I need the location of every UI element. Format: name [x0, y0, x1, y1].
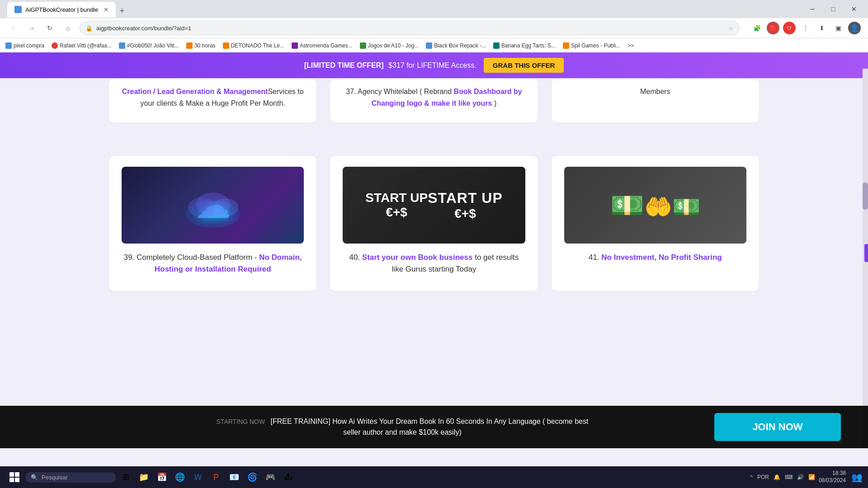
card-41: 🤲💵 41. No Investment, No Profit Sharing — [551, 155, 760, 291]
new-tab-button[interactable]: + — [116, 5, 128, 17]
security-icon: 🔒 — [85, 25, 93, 32]
bookmark-banana-egg[interactable]: Banana Egg Tarts: S... — [493, 42, 556, 49]
forward-button[interactable]: → — [25, 22, 38, 34]
taskbar-file-explorer[interactable]: 📁 — [136, 469, 152, 485]
card-40-image: START UP €+$ — [343, 167, 525, 244]
card-39-title: 39. Completely Cloud-Based Platform - No… — [122, 252, 304, 275]
tab-favicon-icon — [14, 6, 22, 13]
adblock-icon[interactable]: 🛡 — [783, 22, 796, 34]
right-edge-indicator — [864, 244, 868, 262]
url-text: aigptbookcreator.com/bundle/?aid=1 — [96, 25, 191, 32]
show-hidden-icon[interactable]: ^ — [750, 474, 753, 480]
notification-line2: seller author and make $100k easily) — [343, 428, 461, 436]
page-content: Creation / Lead Generation & ManagementS… — [0, 78, 868, 291]
notification-text: STARTING NOW [FREE TRAINING] How Ai Writ… — [90, 416, 714, 438]
bookmark-more[interactable]: >> — [627, 42, 634, 49]
bookmark-pixel-compra[interactable]: pixel compra — [5, 42, 44, 49]
top-card-1: Creation / Lead Generation & ManagementS… — [108, 78, 317, 123]
taskbar-calendar[interactable]: 📅 — [154, 469, 170, 485]
bookmark-favicon-icon — [563, 42, 569, 49]
bookmark-favicon-icon — [426, 42, 432, 49]
close-button[interactable]: ✕ — [844, 2, 864, 16]
taskbar-game2[interactable]: 🕹 — [280, 469, 297, 485]
top-card-3: Members — [551, 78, 760, 123]
bookmark-30horas[interactable]: 30 horas — [186, 42, 216, 49]
address-bar[interactable]: 🔒 aigptbookcreator.com/bundle/?aid=1 ☆ — [80, 21, 740, 35]
bookmark-favicon-icon — [52, 42, 58, 49]
top-card-2-text: 37. Agency Whitelabel ( Rebrand Book Das… — [343, 86, 525, 109]
bookmark-favicon-icon — [186, 42, 193, 49]
back-button[interactable]: ← — [7, 22, 20, 34]
card-40: START UP €+$ 40. Start your own Book bus… — [330, 155, 538, 291]
promo-text: [LIMITED TIME OFFER] $317 for LIFETIME A… — [304, 61, 476, 70]
cards-row: 39. Completely Cloud-Based Platform - No… — [108, 151, 760, 291]
starting-now-label: STARTING NOW — [217, 418, 265, 425]
speaker-icon[interactable]: 🔊 — [797, 474, 804, 480]
title-bar: AiGPTBookCreator | bundle ✕ + ─ □ ✕ — [0, 0, 868, 18]
download-icon[interactable]: ⬇ — [816, 22, 828, 34]
minimize-button[interactable]: ─ — [802, 2, 823, 16]
taskbar-task-view[interactable]: ⊞ — [118, 469, 134, 485]
bookmark-rafael-vitti[interactable]: Rafael Vitti (@rafaa... — [52, 42, 112, 49]
tab-close-icon[interactable]: ✕ — [104, 6, 108, 13]
taskbar-outlook[interactable]: 📧 — [226, 469, 242, 485]
top-cards-row: Creation / Lead Generation & ManagementS… — [108, 78, 760, 123]
extensions-icon[interactable]: 🧩 — [750, 22, 763, 34]
active-tab[interactable]: AiGPTBookCreator | bundle ✕ — [7, 2, 116, 17]
bookmark-joao-vitt[interactable]: #Glob050! João Vitt... — [119, 42, 179, 49]
bookmark-spil-games[interactable]: Spil Games - Publi... — [563, 42, 620, 49]
notification-icon[interactable]: 🔔 — [774, 474, 780, 480]
card-40-title: 40. Start your own Book business to get … — [343, 252, 525, 275]
bookmark-blackbox[interactable]: Black Box Repack -... — [426, 42, 486, 49]
system-clock[interactable]: 18:38 08/03/2024 — [819, 470, 846, 484]
tab-title: AiGPTBookCreator | bundle — [25, 6, 98, 13]
bookmark-favicon-icon — [223, 42, 229, 49]
taskbar-game1[interactable]: 🎮 — [262, 469, 278, 485]
top-card-2: 37. Agency Whitelabel ( Rebrand Book Das… — [330, 78, 538, 123]
card-39-image — [122, 167, 304, 244]
promo-banner: [LIMITED TIME OFFER] $317 for LIFETIME A… — [0, 52, 868, 78]
keyboard-icon[interactable]: ⌨ — [785, 474, 793, 480]
system-tray: ^ POR 🔔 ⌨ 🔊 📶 — [750, 474, 815, 480]
bookmark-favicon-icon — [5, 42, 12, 49]
notification-bar: STARTING NOW [FREE TRAINING] How Ai Writ… — [0, 406, 868, 448]
taskbar-edge[interactable]: 🌀 — [244, 469, 260, 485]
bookmark-jogos[interactable]: Jogos de A10 - Jog... — [360, 42, 419, 49]
taskbar-search[interactable]: 🔍 Pesquisar — [25, 472, 116, 483]
profile-icon[interactable]: 🔴 — [767, 22, 779, 34]
reload-button[interactable]: ↻ — [43, 22, 56, 34]
bookmark-favicon-icon — [292, 42, 298, 49]
taskbar-word[interactable]: W — [190, 469, 206, 485]
join-now-button[interactable]: JOIN NOW — [714, 413, 841, 441]
top-card-1-text: Creation / Lead Generation & ManagementS… — [122, 86, 304, 109]
bookmark-favicon-icon — [119, 42, 125, 49]
taskbar: 🔍 Pesquisar ⊞ 📁 📅 🌐 W P 📧 🌀 🎮 🕹 ^ POR 🔔 … — [0, 466, 868, 488]
sidebar-toggle-icon[interactable]: ▣ — [832, 22, 844, 34]
user-account-icon[interactable]: 👤 — [848, 22, 861, 34]
scroll-thumb[interactable] — [863, 183, 868, 210]
taskbar-chrome[interactable]: 🌐 — [172, 469, 188, 485]
bookmark-detonado[interactable]: DETONADO The Le... — [223, 42, 284, 49]
search-placeholder: Pesquisar — [42, 474, 68, 481]
card-41-title: 41. No Investment, No Profit Sharing — [564, 252, 746, 263]
bookmark-astromenda[interactable]: Astromenda Games... — [292, 42, 353, 49]
notification-line1: [FREE TRAINING] How Ai Writes Your Dream… — [271, 418, 589, 425]
svg-point-3 — [213, 198, 238, 216]
taskbar-lang: POR — [757, 474, 769, 480]
maximize-button[interactable]: □ — [823, 2, 844, 16]
taskbar-avatars: 👥 — [851, 472, 863, 483]
grab-offer-button[interactable]: GRAB THIS OFFER — [484, 58, 564, 73]
network-icon[interactable]: 📶 — [808, 474, 815, 480]
top-card-3-text: Members — [564, 86, 746, 98]
bookmark-star-icon[interactable]: ☆ — [728, 25, 734, 32]
start-button[interactable] — [5, 468, 24, 486]
bookmark-favicon-icon — [493, 42, 500, 49]
clock-time: 18:38 — [819, 470, 846, 477]
home-button[interactable]: ⌂ — [61, 22, 74, 34]
card-39: 39. Completely Cloud-Based Platform - No… — [108, 155, 317, 291]
bookmark-favicon-icon — [360, 42, 366, 49]
search-icon: 🔍 — [31, 474, 38, 481]
taskbar-right: ^ POR 🔔 ⌨ 🔊 📶 18:38 08/03/2024 — [750, 470, 846, 484]
settings-icon[interactable]: ⋮ — [799, 22, 812, 34]
taskbar-powerpoint[interactable]: P — [208, 469, 224, 485]
